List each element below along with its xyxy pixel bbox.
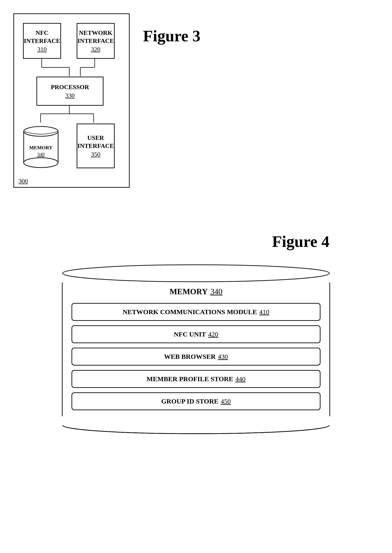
module-label-0: NETWORK COMMUNICATIONS MODULE — [123, 308, 257, 316]
memory340-label-row: MEMORY 340 — [63, 283, 329, 303]
processor-label: PROCESSOR — [51, 83, 89, 91]
user-interface-box: USERINTERFACE 350 — [77, 124, 115, 168]
processor-number: 330 — [65, 92, 75, 99]
module-label-3: MEMBER PROFILE STORE — [147, 375, 233, 383]
module-number-0: 410 — [259, 308, 269, 316]
memory340-cylinder: MEMORY 340 NETWORK COMMUNICATIONS MODULE… — [62, 264, 330, 435]
module-box-0: NETWORK COMMUNICATIONS MODULE 410 — [71, 303, 321, 321]
figure4-title-row: Figure 4 — [18, 223, 374, 251]
figure3-area: NFCINTERFACE 310 NETWORKINTERFACE 320 PR… — [0, 0, 392, 201]
module-box-2: WEB BROWSER 430 — [71, 348, 321, 366]
svg-point-3 — [24, 158, 58, 168]
svg-text:MEMORY: MEMORY — [29, 145, 53, 150]
svg-rect-19 — [62, 416, 330, 425]
module-label-1: NFC UNIT — [174, 331, 206, 338]
module-label-4: GROUP ID STORE — [161, 397, 218, 405]
memory-cylinder: MEMORY 340 — [23, 124, 59, 168]
module-number-2: 430 — [218, 353, 228, 360]
svg-text:340: 340 — [37, 152, 45, 157]
module-label-2: WEB BROWSER — [164, 353, 216, 360]
diagram3-inner: NFCINTERFACE 310 NETWORKINTERFACE 320 PR… — [14, 14, 129, 187]
memory340-label: MEMORY — [170, 287, 208, 296]
nfc-interface-number: 310 — [37, 46, 47, 53]
network-interface-box: NETWORKINTERFACE 320 — [77, 23, 115, 59]
module-box-1: NFC UNIT 420 — [71, 325, 321, 343]
module-number-3: 440 — [235, 375, 245, 383]
module-box-3: MEMBER PROFILE STORE 440 — [71, 370, 321, 388]
nfc-interface-label: NFCINTERFACE — [24, 29, 60, 45]
user-interface-number: 350 — [91, 151, 100, 158]
figure4-title: Figure 4 — [272, 232, 329, 251]
network-interface-number: 320 — [91, 46, 100, 53]
svg-point-4 — [24, 126, 58, 136]
network-interface-label: NETWORKINTERFACE — [77, 29, 114, 45]
figure4-area: Figure 4 MEMORY 340 NETWORK COMMUNICATIO… — [0, 210, 392, 449]
processor-box: PROCESSOR 330 — [36, 77, 104, 106]
diagram3-label: 300 — [19, 178, 28, 185]
module-box-4: GROUP ID STORE 450 — [71, 392, 321, 410]
diagram3-container: NFCINTERFACE 310 NETWORKINTERFACE 320 PR… — [14, 14, 130, 188]
svg-point-17 — [63, 265, 329, 282]
figure3-title: Figure 3 — [143, 27, 201, 45]
nfc-interface-box: NFCINTERFACE 310 — [23, 23, 61, 59]
figure3-title-area: Figure 3 — [143, 14, 201, 188]
module-number-1: 420 — [208, 331, 218, 338]
memory340-number: 340 — [210, 287, 222, 296]
module-number-4: 450 — [221, 397, 231, 405]
user-interface-label: USERINTERFACE — [77, 134, 114, 150]
